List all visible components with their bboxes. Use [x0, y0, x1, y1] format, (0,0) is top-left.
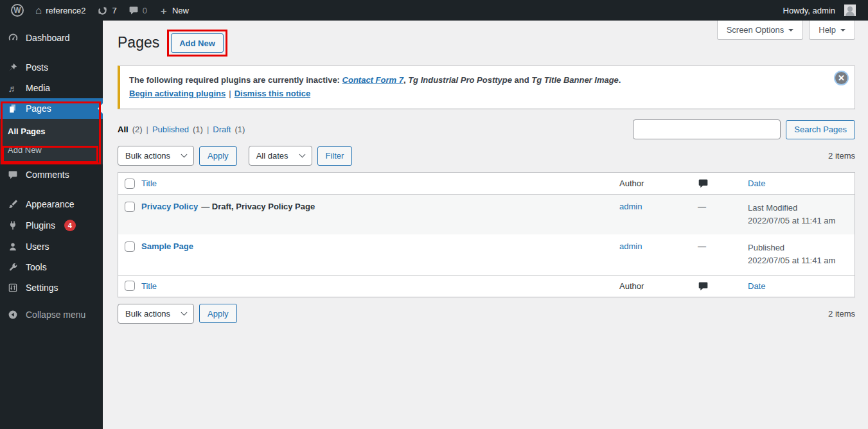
- sidebar-label: Pages: [26, 103, 51, 114]
- sidebar-item-dashboard[interactable]: Dashboard: [0, 27, 103, 48]
- column-footer-title[interactable]: Title: [141, 276, 619, 296]
- comments-bubble-icon: [6, 170, 19, 180]
- filter-button[interactable]: Filter: [317, 146, 353, 166]
- notice-period: .: [619, 75, 621, 85]
- submenu-add-new[interactable]: Add New: [0, 141, 103, 159]
- sidebar-label: Dashboard: [26, 33, 70, 43]
- comments-bubble-icon: [128, 5, 139, 15]
- column-header-title[interactable]: Title: [141, 173, 619, 193]
- submenu-all-pages[interactable]: All Pages: [0, 122, 103, 141]
- page-title-link[interactable]: Privacy Policy: [141, 202, 198, 211]
- home-icon: ⌂: [35, 5, 42, 16]
- begin-activating-plugins-link[interactable]: Begin activating plugins: [129, 89, 226, 98]
- avatar: [844, 4, 856, 16]
- table-body: Privacy Policy— Draft, Privacy Policy Pa…: [118, 195, 855, 275]
- settings-sliders-icon: [6, 283, 19, 293]
- site-name-label: reference2: [46, 6, 85, 15]
- screen-options-label: Screen Options: [727, 25, 784, 35]
- wordpress-logo-menu[interactable]: W: [5, 0, 30, 21]
- notice-separator: |: [229, 89, 231, 98]
- table-header-row: Title Author Date: [118, 173, 855, 195]
- new-label: New: [172, 6, 189, 15]
- author-link[interactable]: admin: [619, 241, 642, 251]
- column-footer-comments[interactable]: [696, 276, 748, 297]
- apply-button-bottom[interactable]: Apply: [199, 304, 237, 323]
- chevron-down-icon: [299, 152, 305, 158]
- search-area: Search Pages: [633, 119, 855, 139]
- bulk-actions-select[interactable]: Bulk actions: [118, 146, 194, 166]
- search-pages-input[interactable]: [633, 119, 781, 139]
- row-checkbox[interactable]: [125, 241, 135, 252]
- media-icon: ♬: [6, 83, 19, 93]
- view-published-link[interactable]: Published: [152, 125, 189, 134]
- pages-icon: [6, 103, 19, 114]
- select-all-checkbox[interactable]: [125, 179, 135, 189]
- content-spacer: [118, 324, 855, 429]
- tablenav-top: Bulk actions Apply All dates Filter 2 it…: [118, 146, 855, 166]
- new-menu[interactable]: ＋ New: [153, 0, 195, 21]
- row-title-cell: Sample Page: [141, 234, 619, 258]
- search-pages-button[interactable]: Search Pages: [786, 120, 855, 139]
- footer-checkbox-cell: [118, 276, 141, 296]
- bulk-actions-label: Bulk actions: [125, 151, 170, 161]
- add-new-button[interactable]: Add New: [171, 33, 224, 53]
- site-name-menu[interactable]: ⌂ reference2: [30, 0, 91, 21]
- tablenav-bottom: Bulk actions Apply 2 items: [118, 304, 855, 324]
- view-separator: |: [207, 125, 209, 134]
- help-button[interactable]: Help: [809, 21, 855, 40]
- main-content: Screen Options Help Pages Add New The fo…: [103, 21, 868, 429]
- update-count: 7: [112, 6, 116, 15]
- update-icon: [97, 5, 108, 16]
- collapse-arrow-icon: [6, 310, 19, 320]
- table-row: Privacy Policy— Draft, Privacy Policy Pa…: [118, 195, 855, 234]
- sidebar-label: Tools: [26, 262, 47, 272]
- row-checkbox[interactable]: [125, 202, 135, 212]
- comments-menu[interactable]: 0: [123, 0, 153, 21]
- view-all-link[interactable]: All: [118, 125, 128, 134]
- date-status: Published: [748, 241, 848, 254]
- sidebar-item-plugins[interactable]: Plugins 4: [0, 214, 103, 236]
- view-draft-link[interactable]: Draft: [213, 125, 231, 134]
- page-title-link[interactable]: Sample Page: [141, 241, 193, 251]
- sidebar-item-users[interactable]: Users: [0, 236, 103, 257]
- collapse-menu-button[interactable]: Collapse menu: [0, 304, 103, 325]
- contact-form-7-link[interactable]: Contact Form 7: [342, 75, 403, 85]
- page-title: Pages: [118, 33, 159, 53]
- table-row: Sample Page admin — Published 2022/07/05…: [118, 234, 855, 274]
- dismiss-this-notice-link[interactable]: Dismiss this notice: [235, 89, 310, 98]
- select-all-checkbox[interactable]: [125, 281, 135, 291]
- date-filter-select[interactable]: All dates: [249, 146, 312, 166]
- sidebar-item-posts[interactable]: Posts: [0, 57, 103, 78]
- row-checkbox-cell: [118, 195, 141, 219]
- plugin-icon: [6, 220, 19, 231]
- sidebar-item-media[interactable]: ♬ Media: [0, 78, 103, 98]
- howdy-label: Howdy, admin: [783, 6, 835, 15]
- sidebar-item-appearance[interactable]: Appearance: [0, 194, 103, 214]
- chevron-down-icon: [788, 29, 793, 34]
- sidebar-item-settings[interactable]: Settings: [0, 277, 103, 298]
- column-footer-date[interactable]: Date: [748, 276, 855, 296]
- row-author-cell: admin: [619, 195, 696, 218]
- sidebar-label: Users: [26, 241, 49, 252]
- apply-button[interactable]: Apply: [199, 146, 237, 166]
- screen-options-button[interactable]: Screen Options: [717, 21, 804, 40]
- sidebar-item-tools[interactable]: Tools: [0, 257, 103, 277]
- pushpin-icon: [6, 62, 19, 73]
- comments-bubble-icon: [698, 281, 741, 292]
- sidebar-item-pages[interactable]: Pages: [0, 98, 103, 119]
- notice-line-1: The following required plugins are curre…: [129, 75, 829, 85]
- view-published-count: (1): [193, 125, 203, 134]
- author-link[interactable]: admin: [619, 202, 642, 211]
- bulk-actions-select-bottom[interactable]: Bulk actions: [118, 304, 194, 324]
- howdy-menu[interactable]: Howdy, admin: [777, 0, 862, 21]
- plugin-name-2: Tg Industrial Pro Posttype: [408, 75, 512, 85]
- row-comments-cell: —: [696, 234, 748, 258]
- updates-menu[interactable]: 7: [91, 0, 122, 21]
- column-header-comments[interactable]: [696, 173, 748, 194]
- comments-bubble-icon: [698, 178, 741, 189]
- dismiss-notice-button[interactable]: ✕: [835, 72, 847, 84]
- sidebar-item-comments[interactable]: Comments: [0, 164, 103, 185]
- items-count-bottom: 2 items: [828, 309, 855, 319]
- view-filter-links: All (2) | Published (1) | Draft (1): [118, 119, 245, 134]
- column-header-date[interactable]: Date: [748, 173, 855, 193]
